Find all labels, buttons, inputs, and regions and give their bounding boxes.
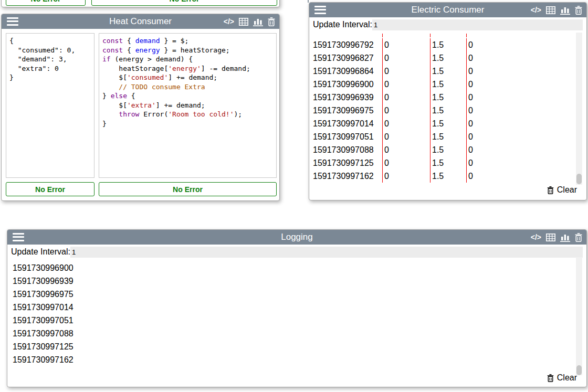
- table-cell: 0: [382, 156, 430, 169]
- code-line: const { demand } = $;: [102, 36, 273, 46]
- code-line: if (energy > demand) {: [102, 55, 273, 64]
- trash-icon[interactable]: [575, 233, 582, 242]
- code-line: }: [9, 73, 91, 82]
- menu-icon[interactable]: [7, 17, 18, 26]
- table-row: 159173099712501.50: [313, 156, 575, 169]
- table-cell: 1591730996975: [313, 104, 382, 117]
- panel-title: Logging: [7, 230, 586, 245]
- no-error-label: No Error: [35, 185, 65, 194]
- trash-icon: [547, 186, 554, 194]
- table-cell: 0: [382, 78, 430, 91]
- table-cell: 1.5: [430, 38, 466, 51]
- table-cell: 0: [466, 117, 575, 130]
- electric-consumer-panel: Electric Consumer </>: [309, 2, 587, 200]
- table-cell: 1.5: [430, 91, 466, 104]
- trash-icon[interactable]: [268, 17, 275, 26]
- table-cell: 1.5: [430, 117, 466, 130]
- code-line: "consumed": 0,: [9, 46, 91, 55]
- table-cell: 0: [466, 91, 575, 104]
- table-icon[interactable]: [239, 18, 248, 26]
- header-icons: </>: [531, 230, 582, 245]
- table-icon[interactable]: [546, 6, 555, 14]
- scrollbar-thumb[interactable]: [576, 174, 582, 184]
- table-cell: 1591730997051: [313, 130, 382, 143]
- update-interval-row: Update Interval:: [11, 246, 583, 258]
- table-row: 159173099679201.50: [313, 38, 575, 51]
- table-cell: 0: [466, 130, 575, 143]
- table-cell: 0: [382, 91, 430, 104]
- header-icons: </>: [224, 14, 275, 29]
- log-entry: 1591730997088: [13, 327, 571, 340]
- update-interval-input[interactable]: [70, 247, 583, 258]
- table-cell: 0: [466, 78, 575, 91]
- update-interval-input[interactable]: [372, 19, 583, 30]
- heat-panel-header: Heat Consumer </>: [2, 14, 279, 29]
- menu-icon[interactable]: [13, 233, 24, 241]
- table-cell: 0: [382, 65, 430, 78]
- scrollbar-thumb[interactable]: [576, 365, 582, 375]
- log-entry: 1591730996939: [13, 274, 571, 288]
- table-cell: 1591730997162: [313, 169, 382, 183]
- code-line: {: [9, 36, 91, 46]
- table-row: 159173099701401.50: [313, 117, 575, 130]
- trash-icon[interactable]: [575, 6, 582, 15]
- table-cell: 0: [466, 51, 575, 65]
- no-error-button[interactable]: No Error: [6, 0, 86, 6]
- table-cell: 0: [382, 130, 430, 143]
- table-row: 159173099682701.50: [313, 51, 575, 65]
- update-interval-row: Update Interval:: [313, 19, 583, 30]
- header-icons: </>: [531, 3, 582, 17]
- vertical-scrollbar: [576, 257, 582, 375]
- table-cell: 0: [382, 38, 430, 51]
- table-cell: 0: [466, 169, 575, 183]
- table-cell: 1591730996827: [313, 51, 382, 65]
- code-icon[interactable]: </>: [531, 230, 541, 245]
- no-error-button[interactable]: No Error: [91, 0, 277, 6]
- log-entry: 1591730996900: [13, 261, 571, 274]
- clear-button[interactable]: Clear: [547, 373, 577, 383]
- table-cell: 1591730996900: [313, 78, 382, 91]
- table-cell: 0: [466, 156, 575, 169]
- code-icon[interactable]: </>: [224, 14, 234, 29]
- code-line: "demand": 3,: [9, 55, 91, 64]
- table-row: 159173099716201.50: [313, 169, 575, 183]
- table-cell: 1591730996939: [313, 91, 382, 104]
- log-entry: 1591730997162: [13, 353, 571, 366]
- table-cell: 1.5: [430, 51, 466, 65]
- logic-code-editor[interactable]: const { demand } = $;const { energy } = …: [99, 33, 277, 178]
- table-cell: 0: [382, 104, 430, 117]
- code-line: $['extra'] += demand;: [102, 101, 273, 110]
- clear-button[interactable]: Clear: [547, 185, 577, 195]
- table-row: 159173099690001.50: [313, 78, 575, 91]
- menu-icon[interactable]: [314, 6, 326, 14]
- no-error-button[interactable]: No Error: [6, 182, 94, 196]
- code-line: }: [102, 119, 273, 129]
- table-cell: 1591730996792: [313, 38, 382, 51]
- table-cell: 1.5: [430, 156, 466, 169]
- table-cell: 0: [466, 38, 575, 51]
- table-row: 159173099705101.50: [313, 130, 575, 143]
- no-error-button[interactable]: No Error: [99, 182, 277, 196]
- update-interval-label: Update Interval:: [313, 20, 372, 29]
- logging-panel: Logging </>: [7, 229, 587, 387]
- chart-icon[interactable]: [253, 17, 263, 26]
- table-cell: 0: [466, 65, 575, 78]
- table-icon[interactable]: [546, 234, 555, 241]
- table-cell: 1591730997014: [313, 117, 382, 130]
- table-row: 159173099708801.50: [313, 143, 575, 156]
- table-row: 159173099686401.50: [313, 65, 575, 78]
- code-icon[interactable]: </>: [531, 3, 541, 17]
- table-cell: 1.5: [430, 65, 466, 78]
- state-json-editor[interactable]: { "consumed": 0, "demand": 3, "extra": 0…: [6, 33, 94, 178]
- table-cell: 0: [382, 51, 430, 65]
- table-cell: 1.5: [430, 104, 466, 117]
- code-line: throw Error('Room too cold!');: [102, 110, 273, 119]
- table-cell: 1591730997125: [313, 156, 382, 169]
- logging-panel-header: Logging </>: [7, 230, 586, 245]
- electric-panel-header: Electric Consumer </>: [309, 3, 586, 17]
- code-line: heatStorage['energy'] -= demand;: [102, 64, 273, 73]
- log-entry: 1591730996975: [13, 288, 571, 301]
- heat-consumer-panel: Heat Consumer </>: [1, 14, 280, 201]
- chart-icon[interactable]: [560, 233, 570, 242]
- chart-icon[interactable]: [560, 6, 570, 15]
